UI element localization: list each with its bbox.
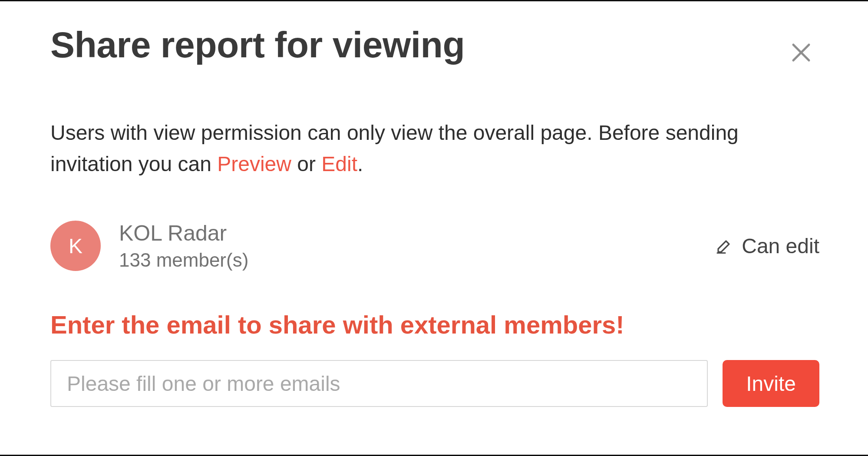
email-input[interactable] (50, 360, 708, 407)
pencil-icon (716, 237, 733, 254)
desc-or: or (291, 152, 321, 175)
desc-suffix: . (357, 152, 363, 175)
share-modal: Share report for viewing Users with view… (0, 0, 868, 456)
modal-title: Share report for viewing (50, 24, 819, 66)
close-button[interactable] (788, 40, 814, 66)
avatar-letter: K (69, 234, 83, 258)
invite-row: Invite (50, 360, 819, 407)
team-member-count: 133 member(s) (119, 249, 248, 271)
team-name: KOL Radar (119, 221, 248, 246)
team-avatar: K (50, 221, 101, 271)
edit-link[interactable]: Edit (321, 152, 357, 175)
permission-label: Can edit (742, 234, 819, 258)
preview-link[interactable]: Preview (217, 152, 291, 175)
invite-button[interactable]: Invite (723, 360, 819, 407)
team-row: K KOL Radar 133 member(s) Can edit (50, 221, 819, 271)
modal-description: Users with view permission can only view… (50, 117, 819, 180)
permission-selector[interactable]: Can edit (716, 234, 819, 258)
team-info: KOL Radar 133 member(s) (119, 221, 248, 271)
desc-prefix: Users with view permission can only view… (50, 121, 739, 175)
instruction-text: Enter the email to share with external m… (50, 310, 819, 339)
close-icon (792, 43, 811, 62)
